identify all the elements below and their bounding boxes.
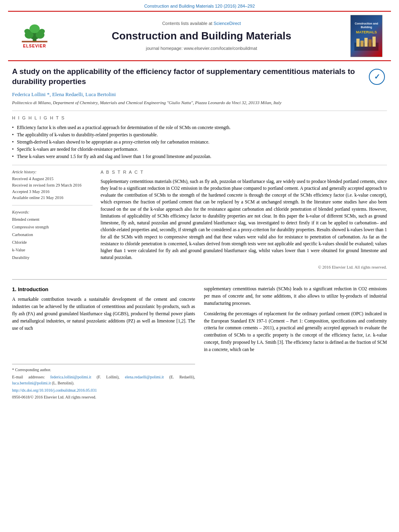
cover-image-svg [354,35,378,51]
crossmark[interactable]: ✓ [367,67,387,87]
received-date: Received 4 August 2015 [12,176,93,182]
authors: Federica Lollini *, Elena Redaelli, Luca… [12,91,387,98]
elsevier-logo: ELSEVIER [14,15,55,57]
highlights-label: H I G H L I G H T S [12,115,387,121]
keyword-item: Carbonation [12,231,93,239]
keywords-list: Blended cement Compressive strength Carb… [12,216,93,261]
svg-rect-12 [368,39,372,47]
sciencedirect-link[interactable]: ScienceDirect [214,21,241,26]
history-group: Article history: Received 4 August 2015 … [12,169,93,201]
highlight-item: These k-values were around 1.5 for fly a… [12,153,387,160]
svg-rect-13 [372,37,376,47]
footnote-section: * Corresponding author. E-mail addresses… [12,364,195,401]
elsevier-tree-svg [21,23,49,43]
svg-rect-9 [356,39,360,47]
intro-para-right2: Considering the percentages of replaceme… [204,310,387,353]
homepage-line: journal homepage: www.elsevier.com/locat… [146,45,257,51]
crossmark-icon: ✓ [374,72,380,82]
intro-heading: 1. Introduction [12,286,195,294]
accepted-date: Accepted 3 May 2016 [12,189,93,195]
highlights-section: H I G H L I G H T S Efficiency factor k … [12,115,387,160]
footnote-issn: 0950-0618/© 2016 Elsevier Ltd. All right… [12,394,195,401]
highlights-list: Efficiency factor k is often used as a p… [12,124,387,160]
article-info: Article history: Received 4 August 2015 … [12,169,93,273]
svg-rect-10 [360,41,364,47]
cover-box: Construction and Building MATERIALS [350,15,383,57]
keyword-item: Compressive strength [12,224,93,231]
main-content: A study on the applicability of the effi… [0,67,399,401]
keyword-item: Durability [12,254,93,262]
email-1[interactable]: federica.lollini@polimi.it [50,375,91,379]
doi-link[interactable]: http://dx.doi.org/10.1016/j.conbuildmat.… [12,388,97,392]
contents-line: Contents lists available at ScienceDirec… [162,21,241,27]
abstract-text: Supplementary cementitious materials (SC… [101,178,387,261]
highlight-item: Strength-derived k-values showed to be a… [12,138,387,146]
abstract-label: A B S T R A C T [101,169,387,175]
body-col-right: supplementary cementitious materials (SC… [204,286,387,401]
cover-materials: MATERIALS [356,30,377,35]
main-divider [12,279,387,280]
keyword-item: Chloride [12,239,93,246]
keyword-item: Blended cement [12,216,93,224]
available-date: Available online 21 May 2016 [12,195,93,201]
crossmark-circle: ✓ [369,69,385,85]
history-label: Article history: [12,169,93,175]
elsevier-brand-text: ELSEVIER [23,43,46,49]
copyright: © 2016 Elsevier Ltd. All rights reserved… [101,265,387,274]
body-col-left: 1. Introduction A remarkable contributio… [12,286,195,401]
doi-header: Construction and Building Materials 120 … [0,0,399,11]
email-2[interactable]: elena.redaelli@polimi.it [125,375,164,379]
journal-header-center: Contents lists available at ScienceDirec… [55,15,348,57]
revised-date: Received in revised form 29 March 2016 [12,182,93,189]
divider-2 [12,165,387,165]
highlight-item: The applicability of k-values to durabil… [12,131,387,138]
highlight-item: Specific k-values are needed for chlorid… [12,146,387,153]
article-info-abstract: Article history: Received 4 August 2015 … [12,169,387,273]
info-divider [12,205,93,205]
body-columns: 1. Introduction A remarkable contributio… [12,286,387,401]
intro-para1: A remarkable contribution towards a sust… [12,296,195,332]
footnote-corresponding: * Corresponding author. [12,367,195,373]
highlight-item: Efficiency factor k is often used as a p… [12,124,387,131]
affiliation: Politecnico di Milano, Department of Che… [12,100,387,106]
keywords-label: Keywords: [12,210,93,215]
journal-cover-image: Construction and Building MATERIALS [348,15,385,57]
journal-title: Construction and Building Materials [112,29,291,43]
journal-header: ELSEVIER Contents lists available at Sci… [8,11,391,61]
svg-rect-7 [22,41,47,43]
email-3[interactable]: luca.bertolini@polimi.it [12,381,51,385]
cover-title: Construction and Building [352,22,380,29]
footnote-doi: http://dx.doi.org/10.1016/j.conbuildmat.… [12,387,195,394]
keyword-item: k-Value [12,246,93,254]
article-title: A study on the applicability of the effi… [12,67,387,86]
keywords-group: Keywords: Blended cement Compressive str… [12,210,93,261]
intro-para-right1: supplementary cementitious materials (SC… [204,286,387,307]
divider-1 [12,111,387,111]
svg-rect-11 [364,38,368,47]
svg-point-6 [39,29,45,34]
svg-point-4 [29,25,39,33]
footnote-emails: E-mail addresses: federica.lollini@polim… [12,374,195,386]
abstract-col: A B S T R A C T Supplementary cementitio… [101,169,387,273]
svg-point-5 [25,29,31,34]
